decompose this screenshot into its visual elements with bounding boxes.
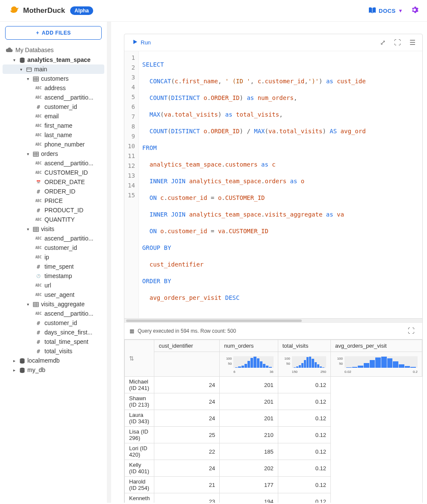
column-item[interactable]: ABCascend__partitio... [3,93,104,102]
table-item[interactable]: ▾customers [3,74,104,83]
expand-icon[interactable]: ⤢ [377,37,388,48]
duck-icon [9,5,20,16]
column-item[interactable]: 🕐timestamp [3,271,104,281]
histogram-num-orders: 10050636 [220,352,278,377]
column-item[interactable]: ABCascend__partitio... [3,158,104,168]
column-item[interactable]: ABCuser_agent [3,290,104,299]
column-item[interactable]: 📅ORDER_DATE [3,177,104,187]
column-header[interactable]: avg_orders_per_visit [331,340,422,352]
table-row[interactable]: Kelly (ID 401)242020.12 [125,460,422,477]
database-tree: ▾analytics_team_space▾main▾customersABCa… [3,55,104,375]
cloud-icon [6,47,13,53]
table-row[interactable]: Harold (ID 254)211770.12 [125,477,422,493]
column-item[interactable]: ABCurl [3,281,104,290]
column-item[interactable]: #total_visits [3,346,104,356]
fullscreen-icon[interactable]: ⛶ [392,37,403,48]
column-item[interactable]: ABClast_name [3,130,104,140]
column-item[interactable]: #total_time_spent [3,337,104,346]
table-row[interactable]: Lisa (ID 296)252100.12 [125,427,422,443]
column-header[interactable]: total_visits [278,340,330,352]
column-header[interactable]: cust_identifier [154,340,220,352]
my-databases-heading: My Databases [3,45,104,55]
histogram-avg: 100500.020.2 [331,352,422,377]
svg-point-0 [20,58,25,59]
svg-point-23 [20,358,25,360]
sidebar: + ADD FILES My Databases ▾analytics_team… [0,22,107,503]
column-item[interactable]: ABCfirst_name [3,121,104,130]
table-item[interactable]: ▾visits [3,224,104,234]
expand-results-icon[interactable]: ⛶ [405,325,417,337]
table-row[interactable]: Shawn (ID 213)242010.12 [125,393,422,410]
column-item[interactable]: #customer_id [3,318,104,328]
database-item[interactable]: ▾analytics_team_space [3,55,104,64]
svg-point-24 [20,368,25,369]
chevron-down-icon: ▼ [398,8,403,13]
column-item[interactable]: #ORDER_ID [3,187,104,196]
main-panel: Run ⤢ ⛶ ☰ 123456789101112131415 SELECT C… [107,22,427,503]
table-item[interactable]: ▾visits_aggregate [3,299,104,309]
column-item[interactable]: ABCCUSTOMER_ID [3,168,104,177]
header: MotherDuck Alpha DOCS ▼ [0,0,427,22]
column-item[interactable]: ABCascend__partitio... [3,309,104,318]
svg-rect-8 [33,152,38,156]
menu-icon[interactable]: ☰ [407,37,418,48]
svg-rect-13 [33,227,38,231]
play-icon [132,39,138,46]
column-item[interactable]: #days_since_first... [3,328,104,337]
column-item[interactable]: ABCaddress [3,83,104,93]
table-item[interactable]: ▾orders [3,149,104,158]
brand-name: MotherDuck [23,6,65,15]
column-item[interactable]: ABCphone_number [3,140,104,149]
run-button[interactable]: Run [129,37,154,48]
table-row[interactable]: Laura (ID 343)242010.12 [125,410,422,427]
alpha-badge: Alpha [70,6,93,15]
table-icon: ▦ [130,328,134,334]
column-item[interactable]: ABCPRICE [3,196,104,205]
book-icon [368,7,376,15]
logo: MotherDuck [9,5,65,16]
column-item[interactable]: #customer_id [3,102,104,111]
schema-item[interactable]: ▾main [3,64,104,74]
query-cell-1: Run ⤢ ⛶ ☰ 123456789101112131415 SELECT C… [124,34,423,503]
column-item[interactable]: ABCip [3,252,104,262]
histogram-total-visits: 10050150250 [278,352,330,377]
table-row[interactable]: Lori (ID 420)221850.12 [125,443,422,460]
database-item[interactable]: ▸localmemdb [3,356,104,365]
cell-toolbar: Run ⤢ ⛶ ☰ [124,34,422,51]
row-controls-header: ⇅ [125,340,154,377]
column-item[interactable]: ABCascend__partitio... [3,234,104,243]
add-files-button[interactable]: + ADD FILES [5,26,102,40]
column-item[interactable]: ABCQUANTITY [3,215,104,224]
column-item[interactable]: #PRODUCT_ID [3,205,104,215]
svg-rect-1 [27,67,32,71]
docs-link[interactable]: DOCS ▼ [368,7,403,15]
column-header[interactable]: num_orders [220,340,278,352]
column-item[interactable]: ABCcustomer_id [3,243,104,252]
table-row[interactable]: Kenneth (ID 205)231940.12 [125,493,422,503]
plus-icon: + [36,30,39,36]
status-text: Query executed in 594 ms. Row count: 500 [138,328,236,334]
horizontal-scrollbar[interactable] [124,318,422,322]
results-table: ⇅ cust_identifier num_orders total_visit… [124,339,422,503]
database-item[interactable]: ▸my_db [3,365,104,375]
line-gutter: 123456789101112131415 [124,51,139,318]
column-item[interactable]: ABCemail [3,111,104,121]
svg-rect-3 [33,77,38,81]
svg-rect-18 [33,302,38,307]
settings-icon[interactable] [411,6,418,16]
result-status-bar: ▦ Query executed in 594 ms. Row count: 5… [124,322,422,339]
sql-editor-1[interactable]: 123456789101112131415 SELECT CONCAT(c.fi… [124,51,422,318]
code-content[interactable]: SELECT CONCAT(c.first_name, ' (ID ', c.c… [139,51,422,318]
column-item[interactable]: #time_spent [3,262,104,271]
table-row[interactable]: Michael (ID 241)242010.12 [125,377,422,393]
shuffle-icon[interactable]: ⇅ [129,355,134,362]
